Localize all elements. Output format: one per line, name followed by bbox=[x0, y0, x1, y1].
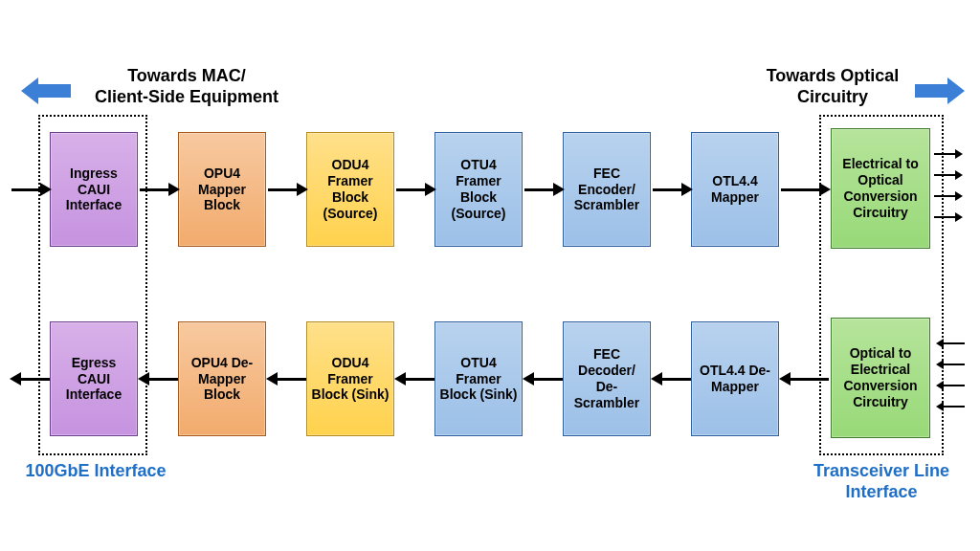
optical-in-1 bbox=[944, 342, 965, 344]
optical-in-2 bbox=[944, 364, 965, 365]
arrow-top-6 bbox=[781, 188, 819, 191]
label-top-right: Towards Optical Circuitry bbox=[756, 66, 909, 107]
arrow-in-top bbox=[11, 188, 40, 191]
arrow-bottom-2 bbox=[278, 378, 306, 381]
block-otu4-framer-source: OTU4 Framer Block (Source) bbox=[434, 132, 523, 247]
block-otl44-demapper: OTL4.4 De-Mapper bbox=[691, 321, 779, 436]
arrow-towards-optical bbox=[915, 84, 947, 98]
block-fec-encoder: FEC Encoder/ Scrambler bbox=[563, 132, 651, 247]
arrow-bottom-3 bbox=[406, 378, 434, 381]
arrow-bottom-4 bbox=[534, 378, 563, 381]
arrow-bottom-5 bbox=[662, 378, 691, 381]
arrow-out-bottom bbox=[21, 378, 50, 381]
arrow-top-4 bbox=[524, 188, 553, 191]
block-opu4-mapper: OPU4 Mapper Block bbox=[178, 132, 266, 247]
label-transceiver-line-interface: Transceiver Line Interface bbox=[800, 461, 963, 502]
block-opu4-demapper: OPU4 De-Mapper Block bbox=[178, 321, 266, 436]
arrow-top-2 bbox=[268, 188, 297, 191]
optical-out-3 bbox=[934, 195, 955, 197]
optical-out-1 bbox=[934, 153, 955, 155]
arrow-bottom-6 bbox=[791, 378, 829, 381]
block-otl44-mapper: OTL4.4 Mapper bbox=[691, 132, 779, 247]
arrow-top-3 bbox=[396, 188, 425, 191]
block-otu4-framer-sink: OTU4 Framer Block (Sink) bbox=[434, 321, 523, 436]
block-odu4-framer-source: ODU4 Framer Block (Source) bbox=[306, 132, 394, 247]
block-electrical-to-optical: Electrical to Optical Conversion Circuit… bbox=[831, 128, 930, 249]
label-100gbe-interface: 100GbE Interface bbox=[19, 461, 172, 482]
arrow-towards-mac bbox=[38, 84, 71, 98]
label-top-left: Towards MAC/ Client-Side Equipment bbox=[86, 66, 287, 107]
optical-out-4 bbox=[934, 216, 955, 218]
block-optical-to-electrical: Optical to Electrical Conversion Circuit… bbox=[831, 318, 930, 438]
arrow-bottom-1 bbox=[149, 378, 178, 381]
block-fec-decoder: FEC Decoder/ De-Scrambler bbox=[563, 321, 651, 436]
block-egress-caui: Egress CAUI Interface bbox=[50, 321, 138, 436]
optical-in-4 bbox=[944, 406, 965, 408]
arrow-top-1 bbox=[140, 188, 168, 191]
optical-in-3 bbox=[944, 385, 965, 386]
arrow-top-5 bbox=[653, 188, 681, 191]
diagram-canvas: Towards MAC/ Client-Side Equipment Towar… bbox=[0, 0, 980, 551]
optical-out-2 bbox=[934, 174, 955, 176]
block-ingress-caui: Ingress CAUI Interface bbox=[50, 132, 138, 247]
block-odu4-framer-sink: ODU4 Framer Block (Sink) bbox=[306, 321, 394, 436]
